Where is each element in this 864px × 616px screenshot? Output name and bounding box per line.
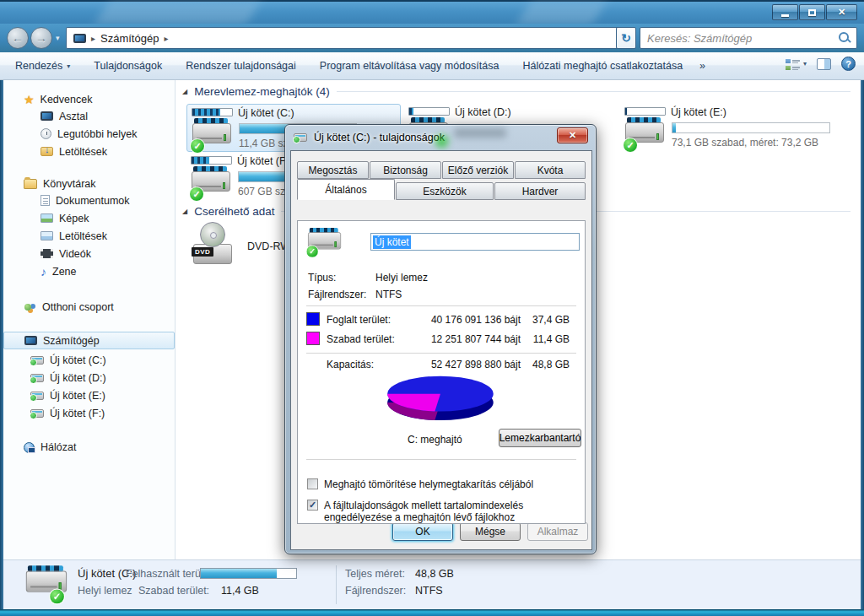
sidebar-item-legutobbi-helyek[interactable]: Legutóbbi helyek <box>40 126 175 142</box>
sidebar-group-homegroup[interactable]: Otthoni csoport <box>24 301 175 313</box>
drive-name: Új kötet (D:) <box>455 106 511 118</box>
sidebar-item-label: Új kötet (C:) <box>50 354 106 366</box>
group-rule <box>337 91 850 92</box>
refresh-button[interactable]: ↻ <box>616 27 636 49</box>
tab-biztonsag[interactable]: Biztonság <box>370 161 441 179</box>
navigation-pane: ★ Kedvencek Asztal Legutóbbi helyek ↓ Le… <box>3 80 175 559</box>
index-checkbox[interactable]: ✓ <box>307 500 318 511</box>
network-icon <box>24 442 35 453</box>
sidebar-group-label: Otthoni csoport <box>42 301 114 313</box>
breadcrumb-item-computer[interactable]: Számítógép <box>100 32 159 45</box>
sidebar-item-letoltesek[interactable]: ↓ Letöltések <box>40 143 175 159</box>
back-icon: ← <box>12 31 24 45</box>
pie-chart-label: C: meghajtó <box>408 434 462 446</box>
help-button[interactable]: ? <box>841 57 856 71</box>
index-checkbox-label: A fájltulajdonságok mellett tartalominde… <box>324 500 577 523</box>
dialog-titlebar[interactable]: Új kötet (C:) - tulajdonságok ✕ <box>285 125 596 150</box>
separator <box>306 353 576 354</box>
sidebar-item-uj-kotet-f[interactable]: Új kötet (F:) <box>30 405 175 421</box>
toolbar-overflow-chevron[interactable]: » <box>699 60 705 72</box>
minimize-button[interactable] <box>772 4 798 20</box>
views-button[interactable]: ▾ <box>786 58 807 70</box>
maximize-button[interactable] <box>799 4 825 20</box>
drive-icon <box>30 392 44 400</box>
glass-reflection <box>435 135 448 148</box>
expander-icon[interactable]: ◢ <box>182 208 187 215</box>
toolbar-rendezes[interactable]: Rendezés ▾ <box>7 57 78 75</box>
tab-elozo-verziok[interactable]: Előző verziók <box>442 161 514 179</box>
breadcrumb[interactable]: ▸ Számítógép ▸ ▾ <box>66 27 629 49</box>
preview-pane-button[interactable] <box>817 58 831 70</box>
sidebar-group-favorites[interactable]: ★ Kedvencek <box>24 94 175 105</box>
cancel-button[interactable]: Mégse <box>460 522 521 541</box>
minimize-icon <box>781 14 789 17</box>
tab-kvota[interactable]: Kvóta <box>515 161 586 179</box>
button-label: OK <box>415 526 429 538</box>
drive-tile-e[interactable]: Új kötet (E:) ✓ 73,1 GB szabad, méret: 7… <box>620 104 850 152</box>
dialog-drive-icon <box>294 133 307 142</box>
drive-free-text: 607 GB sza <box>238 186 291 197</box>
filesystem-value: NTFS <box>375 289 402 300</box>
ok-button[interactable]: OK <box>392 522 453 541</box>
mini-meter-fill <box>409 108 413 115</box>
sidebar-group-libraries[interactable]: Könyvtárak <box>24 178 175 190</box>
sidebar-item-label: Képek <box>59 213 89 224</box>
sidebar-item-szamitogep[interactable]: Számítógép <box>3 332 175 349</box>
tab-row-front: Általános Eszközök Hardver <box>297 179 586 200</box>
homegroup-icon <box>24 302 36 313</box>
volume-name-input[interactable]: Új kötet <box>370 233 580 251</box>
forward-button[interactable]: → <box>30 27 52 49</box>
videos-icon <box>40 249 53 258</box>
used-color-swatch <box>306 312 320 326</box>
tab-label: Megosztás <box>308 165 357 176</box>
tab-altalanos[interactable]: Általános <box>297 179 395 200</box>
details-used-bar <box>200 568 297 579</box>
mini-meter-fill <box>192 157 209 164</box>
sidebar-item-uj-kotet-c[interactable]: Új kötet (C:) <box>30 352 175 368</box>
search-box <box>640 27 857 49</box>
tab-eszkozok[interactable]: Eszközök <box>396 182 494 200</box>
crumb-separator-icon: ▸ <box>164 34 168 43</box>
sidebar-item-dokumentumok[interactable]: Dokumentumok <box>40 192 175 208</box>
toolbar-program-eltavolitasa[interactable]: Program eltávolítása vagy módosítása <box>311 57 508 75</box>
free-space-gb: 11,4 GB <box>519 333 570 345</box>
sidebar-item-zene[interactable]: ♪ Zene <box>40 263 175 279</box>
dialog-close-button[interactable]: ✕ <box>557 127 588 143</box>
apply-button[interactable]: Alkalmaz <box>527 522 588 541</box>
close-button[interactable]: ✕ <box>826 4 857 20</box>
sidebar-item-asztal[interactable]: Asztal <box>40 108 175 124</box>
sidebar-item-label: Letöltések <box>59 230 107 242</box>
sidebar-item-kepek[interactable]: Képek <box>40 210 175 226</box>
toolbar-halozati-meghajto[interactable]: Hálózati meghajtó csatlakoztatása <box>514 57 691 75</box>
sidebar-item-uj-kotet-d[interactable]: Új kötet (D:) <box>30 370 175 386</box>
sidebar-item-uj-kotet-e[interactable]: Új kötet (E:) <box>30 387 175 403</box>
search-input[interactable] <box>640 32 838 45</box>
downloads-library-icon <box>40 231 53 240</box>
volume-name-selected-text: Új kötet <box>373 235 411 249</box>
question-icon: ? <box>845 59 851 69</box>
group-header-harddrives[interactable]: ◢ Merevlemez-meghajtók (4) <box>182 85 861 98</box>
tab-hardver[interactable]: Hardver <box>494 182 586 200</box>
nav-history-dropdown[interactable]: ▾ <box>56 34 60 42</box>
drive-mini-meter <box>408 107 450 116</box>
desktop-icon <box>40 111 53 121</box>
capacity-gb: 48,8 GB <box>519 359 570 370</box>
status-check-icon: ✓ <box>189 186 204 202</box>
used-space-gb: 37,4 GB <box>519 314 570 326</box>
toolbar-tulajdonsagok[interactable]: Tulajdonságok <box>85 57 170 75</box>
dialog-title: Új kötet (C:) - tulajdonságok <box>314 132 445 143</box>
music-icon: ♪ <box>40 266 46 278</box>
separator <box>306 305 576 306</box>
sidebar-group-network[interactable]: Hálózat <box>24 441 175 453</box>
compress-checkbox-label: Meghajtó tömörítése helymegtakarítás cél… <box>324 478 577 490</box>
expander-icon[interactable]: ◢ <box>182 88 187 95</box>
toolbar-rendszer-tulajdonsagai[interactable]: Rendszer tulajdonságai <box>177 57 305 75</box>
sidebar-item-letoltesek-lib[interactable]: Letöltések <box>40 228 175 244</box>
type-label: Típus: <box>308 272 336 284</box>
compress-checkbox[interactable] <box>307 478 318 489</box>
back-button[interactable]: ← <box>7 27 29 49</box>
tab-megosztas[interactable]: Megosztás <box>297 161 369 179</box>
hard-drive-icon: ✓ <box>308 228 343 255</box>
sidebar-item-videok[interactable]: Videók <box>40 246 175 262</box>
disk-cleanup-button[interactable]: Lemezkarbantartó <box>499 429 581 447</box>
